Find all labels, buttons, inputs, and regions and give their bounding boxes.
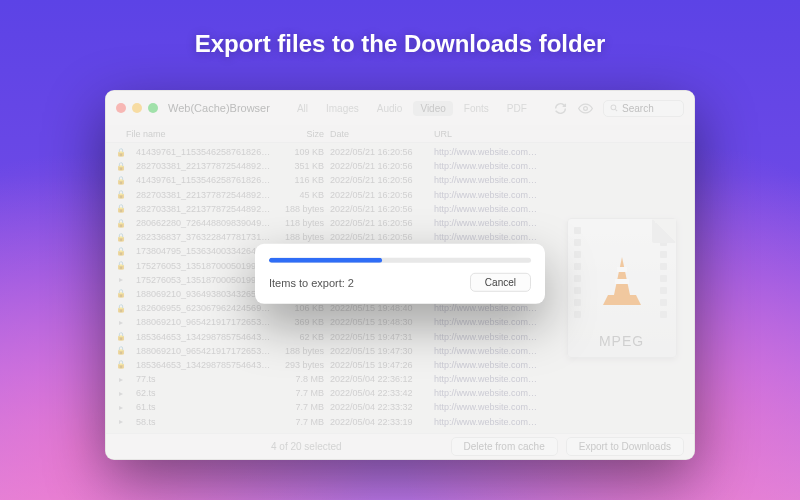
cell-filename: 188069210_9654219171726533… — [126, 346, 274, 356]
table-row[interactable]: 🔒41439761_1153546258761826_…109 KB2022/0… — [106, 145, 549, 159]
cell-filename: 185364653_1342987857546437… — [126, 360, 274, 370]
lock-icon: 🔒 — [116, 148, 126, 157]
column-headers: File name Size Date URL — [106, 125, 694, 143]
cell-date: 2022/05/04 22:33:42 — [330, 388, 434, 398]
table-row[interactable]: 🔒282703381_2213778725448929…45 KB2022/05… — [106, 188, 549, 202]
progress-message: Items to export: 2 — [269, 276, 354, 288]
cell-filename: 282703381_2213778725448929… — [126, 204, 274, 214]
filter-tabs: AllImagesAudioVideoFontsPDF — [290, 101, 534, 116]
lock-icon: 🔒 — [116, 289, 126, 298]
lock-icon: 🔒 — [116, 346, 126, 355]
cell-date: 2022/05/21 16:20:56 — [330, 232, 434, 242]
table-row[interactable]: 🔒188069210_9654219171726533…188 bytes202… — [106, 344, 549, 358]
cell-date: 2022/05/15 19:47:30 — [330, 346, 434, 356]
table-row[interactable]: 🔒185364653_1342987857546437…62 KB2022/05… — [106, 329, 549, 343]
cell-filename: 77.ts — [126, 374, 274, 384]
filter-tab-audio[interactable]: Audio — [370, 101, 410, 116]
cell-size: 45 KB — [274, 190, 330, 200]
export-progress-dialog: Items to export: 2 Cancel — [255, 244, 545, 304]
cancel-button[interactable]: Cancel — [470, 273, 531, 292]
table-row[interactable]: 🔒282336837_3763228477817317…188 bytes202… — [106, 230, 549, 244]
search-icon — [610, 103, 618, 113]
page-title: Export files to the Downloads folder — [0, 30, 800, 58]
cell-url: http://www.website.com/185364653_… — [434, 360, 539, 370]
cell-url: http://www.website.com/188069210_… — [434, 317, 539, 327]
cell-url: http://www.website.com/185364653_… — [434, 332, 539, 342]
table-row[interactable]: ▸61.ts7.7 MB2022/05/04 22:33:32http://ww… — [106, 400, 549, 414]
refresh-icon[interactable] — [554, 99, 568, 117]
cell-filename: 188069210_9364938034326559… — [126, 289, 274, 299]
app-window: Web(Cache)Browser AllImagesAudioVideoFon… — [105, 90, 695, 460]
cell-url: http://www.website.com/282336837_… — [434, 232, 539, 242]
cell-date: 2022/05/15 19:48:40 — [330, 303, 434, 313]
table-row[interactable]: 🔒282703381_2213778725448929…351 KB2022/0… — [106, 159, 549, 173]
cell-url: http://www.website.com/282703381_… — [434, 204, 539, 214]
table-row[interactable]: 🔒280662280_7264488098390490…118 bytes202… — [106, 216, 549, 230]
column-header-date[interactable]: Date — [330, 129, 434, 139]
cell-filename: 61.ts — [126, 402, 274, 412]
cell-filename: 282336837_3763228477817317… — [126, 232, 274, 242]
lock-icon: 🔒 — [116, 360, 126, 369]
cell-date: 2022/05/04 22:33:19 — [330, 417, 434, 427]
cell-filename: 58.ts — [126, 417, 274, 427]
lock-icon: 🔒 — [116, 247, 126, 256]
search-field[interactable] — [603, 100, 684, 117]
close-icon[interactable] — [116, 103, 126, 113]
lock-icon: 🔒 — [116, 190, 126, 199]
filter-tab-all[interactable]: All — [290, 101, 315, 116]
search-input[interactable] — [622, 103, 677, 114]
delete-from-cache-button[interactable]: Delete from cache — [451, 437, 558, 456]
cell-url: http://www.website.com/77.ts — [434, 374, 539, 384]
table-row[interactable]: 🔒41439761_1153546258761826_…116 KB2022/0… — [106, 173, 549, 187]
minimize-icon[interactable] — [132, 103, 142, 113]
footer-bar: 4 of 20 selected Delete from cache Expor… — [106, 433, 694, 459]
vlc-icon — [568, 255, 676, 307]
filter-tab-video[interactable]: Video — [413, 101, 452, 116]
cell-size: 188 bytes — [274, 232, 330, 242]
cell-date: 2022/05/15 19:48:30 — [330, 317, 434, 327]
svg-point-1 — [611, 105, 616, 110]
cell-size: 293 bytes — [274, 360, 330, 370]
export-to-downloads-button[interactable]: Export to Downloads — [566, 437, 684, 456]
cell-date: 2022/05/21 16:20:56 — [330, 204, 434, 214]
cell-filename: 175276053_1351870005019943… — [126, 275, 274, 285]
cell-size: 369 KB — [274, 317, 330, 327]
cell-size: 188 bytes — [274, 204, 330, 214]
cell-filename: 280662280_7264488098390490… — [126, 218, 274, 228]
svg-marker-2 — [614, 257, 630, 295]
lock-icon: 🔒 — [116, 233, 126, 242]
filter-tab-fonts[interactable]: Fonts — [457, 101, 496, 116]
lock-icon: 🔒 — [116, 332, 126, 341]
lock-icon: 🔒 — [116, 304, 126, 313]
cell-date: 2022/05/21 16:20:56 — [330, 147, 434, 157]
cell-size: 7.7 MB — [274, 417, 330, 427]
table-row[interactable]: ▸58.ts7.7 MB2022/05/04 22:33:19http://ww… — [106, 415, 549, 429]
table-row[interactable]: ▸77.ts7.8 MB2022/05/04 22:36:12http://ww… — [106, 372, 549, 386]
cell-filename: 62.ts — [126, 388, 274, 398]
eye-icon[interactable] — [578, 99, 593, 117]
lock-icon: 🔒 — [116, 204, 126, 213]
cell-url: http://www.website.com/280662280_… — [434, 218, 539, 228]
table-row[interactable]: 🔒282703381_2213778725448929…188 bytes202… — [106, 202, 549, 216]
cell-filename: 282703381_2213778725448929… — [126, 190, 274, 200]
table-row[interactable]: ▸62.ts7.7 MB2022/05/04 22:33:42http://ww… — [106, 386, 549, 400]
cell-filename: 175276053_1351870005019943… — [126, 261, 274, 271]
filter-tab-pdf[interactable]: PDF — [500, 101, 534, 116]
table-row[interactable]: 🔒185364653_1342987857546437…293 bytes202… — [106, 358, 549, 372]
cell-url: http://www.website.com/41439761_11… — [434, 147, 539, 157]
cell-filename: 282703381_2213778725448929… — [126, 161, 274, 171]
column-header-size[interactable]: Size — [274, 129, 330, 139]
table-row[interactable]: ▸188069210_9654219171726533…369 KB2022/0… — [106, 315, 549, 329]
disclosure-icon: ▸ — [116, 375, 126, 384]
cell-filename: 41439761_1153546258761826_… — [126, 147, 274, 157]
svg-rect-3 — [617, 267, 627, 272]
cell-size: 109 KB — [274, 147, 330, 157]
column-header-filename[interactable]: File name — [116, 129, 274, 139]
disclosure-icon: ▸ — [116, 275, 126, 284]
filter-tab-images[interactable]: Images — [319, 101, 366, 116]
column-header-url[interactable]: URL — [434, 129, 684, 139]
cell-date: 2022/05/15 19:47:26 — [330, 360, 434, 370]
cell-size: 106 KB — [274, 303, 330, 313]
zoom-icon[interactable] — [148, 103, 158, 113]
cell-size: 7.7 MB — [274, 402, 330, 412]
